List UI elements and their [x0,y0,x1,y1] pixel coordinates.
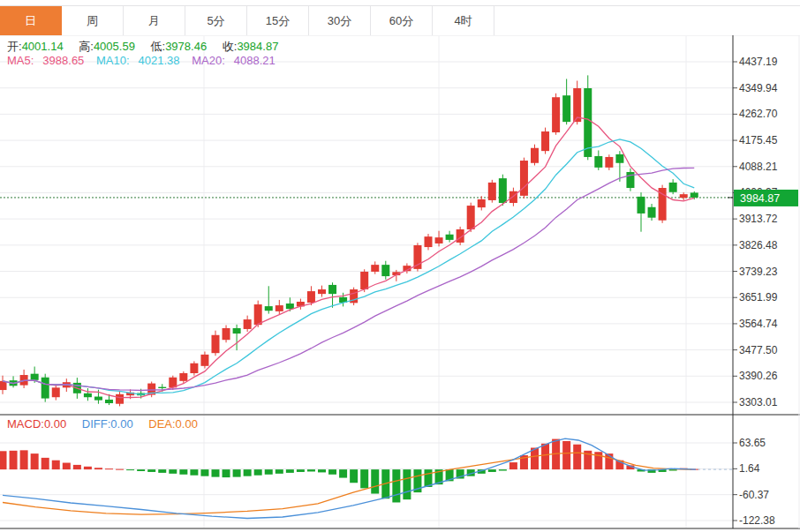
low-label: 低: [151,40,166,53]
macd-histogram-bar [73,465,81,469]
macd-histogram-bar [31,453,39,469]
tab-15min[interactable]: 15分 [247,6,309,35]
close-value: 3984.87 [237,40,278,53]
candle-body [318,289,326,294]
macd-axis-label: 1.64 [739,462,760,475]
candle-body [265,306,273,311]
y-axis-label: 3913.72 [739,213,778,225]
candle-body [446,235,454,240]
candle-body [328,285,336,294]
candle-body [190,363,198,373]
diff-label: DIFF: [82,417,111,431]
candle-body [233,328,241,333]
candle-body [594,156,602,168]
ma20-value: 4088.21 [234,54,275,67]
candle-body [648,207,656,218]
open-label: 开: [7,40,22,53]
candle-body [286,303,294,309]
ma20-label: MA20: [192,54,225,67]
tab-5min[interactable]: 5分 [185,6,247,35]
candle-body [562,95,570,122]
candle-body [478,199,486,207]
macd-histogram-bar [509,462,517,469]
macd-histogram-bar [223,469,230,477]
macd-axis-label: -122.38 [739,514,775,527]
ma5-line [3,117,694,398]
chart-canvas[interactable]: 4437.194349.944262.704175.454088.214000.… [0,0,800,532]
candle-body [52,387,60,397]
candle-body [509,191,517,203]
macd-histogram-bar [137,469,145,471]
candle-body [116,394,124,404]
candle-body [94,397,102,401]
candle-body [42,378,49,399]
tab-day[interactable]: 日 [0,6,62,35]
y-axis-label: 4088.21 [739,161,778,173]
tab-60min[interactable]: 60分 [371,6,433,35]
y-axis-label: 4262.70 [739,108,778,120]
y-axis-label: 3390.26 [739,370,778,382]
candle-body [552,97,560,132]
candle-body [584,88,592,157]
candle-body [307,291,315,303]
macd-value: 0.00 [44,417,66,431]
period-tabbar: 日 周 月 5分 15分 30分 60分 4时 [0,5,800,35]
candle-body [413,245,421,269]
dea-label: DEA: [148,417,175,431]
macd-histogram-bar [265,469,273,475]
macd-histogram-bar [562,441,570,469]
high-label: 高: [79,40,94,53]
macd-histogram-bar [488,469,496,472]
candle-body [223,328,230,340]
macd-histogram-bar [318,469,326,472]
candle-body [105,400,113,403]
macd-histogram-bar [541,444,549,469]
candle-body [520,161,528,196]
candle-body [488,183,496,200]
macd-histogram-bar [339,469,347,477]
tab-month[interactable]: 月 [124,6,185,35]
dea-value: 0.00 [176,417,198,431]
macd-histogram-bar [116,469,124,470]
candle-body [31,374,39,380]
close-label: 收: [223,40,238,53]
macd-histogram-bar [42,458,49,469]
y-axis-label: 4349.94 [739,82,778,94]
candle-body [0,381,7,390]
macd-histogram-bar [20,450,28,469]
candle-body [467,206,475,229]
ma10-line [3,139,694,394]
tab-4hour[interactable]: 4时 [433,6,494,35]
candle-body [158,387,166,388]
candle-body [691,192,698,198]
tab-30min[interactable]: 30分 [309,6,371,35]
candle-body [381,265,389,276]
candle-body [425,236,433,247]
macd-histogram-bar [190,469,198,476]
macd-histogram-bar [10,451,18,469]
macd-histogram-bar [254,469,262,476]
candle-body [179,373,187,381]
y-axis-label: 3564.74 [739,318,778,330]
ma5-label: MA5: [7,54,34,67]
macd-info-line: MACD:0.00 DIFF:0.00 DEA:0.00 [7,417,208,431]
macd-histogram-bar [0,451,7,469]
candle-body [275,305,283,311]
candle-body [499,178,507,203]
candle-body [605,157,613,168]
candle-body [435,237,443,244]
macd-histogram-bar [63,463,71,470]
tab-week[interactable]: 周 [62,6,124,35]
macd-histogram-bar [52,461,60,469]
y-axis-label: 3651.99 [739,291,778,303]
ma10-value: 4021.38 [139,54,180,67]
macd-histogram-bar [371,469,379,493]
macd-histogram-bar [244,469,252,476]
macd-histogram-bar [126,469,134,470]
macd-histogram-bar [179,469,187,475]
macd-histogram-bar [307,469,315,471]
y-axis-label: 3739.23 [739,266,778,278]
macd-histogram-bar [169,469,177,474]
macd-axis-label: -60.37 [739,489,769,501]
macd-histogram-bar [286,469,294,473]
